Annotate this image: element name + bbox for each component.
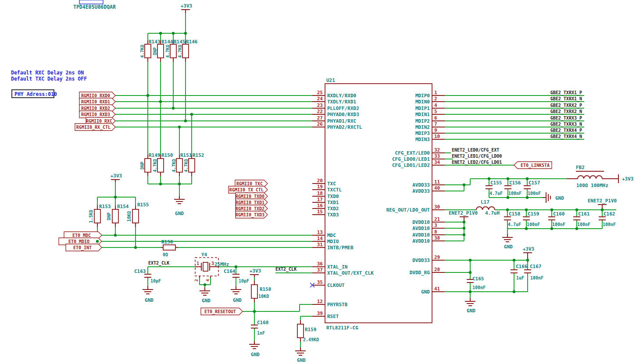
label-gbe2-txrx4n[interactable]: GBE2_TXRX4_N bbox=[550, 134, 582, 139]
label-gbe2-txrx4p[interactable]: GBE2_TXRX4_P bbox=[550, 128, 582, 133]
label-ext2-clk-2[interactable]: EXT2_CLK bbox=[275, 267, 296, 272]
label-gbe2-txrx3p[interactable]: GBE2_TXRX3_P bbox=[550, 116, 582, 121]
gnd-symbol-c163[interactable] bbox=[143, 286, 153, 294]
svg-text:CFG_LDO1/LED2: CFG_LDO1/LED2 bbox=[392, 163, 430, 168]
svg-text:CFG_EXT/LED0: CFG_EXT/LED0 bbox=[395, 150, 430, 156]
capacitor-C166[interactable]: C166 1uF bbox=[511, 264, 528, 280]
gnd-symbol-c168[interactable] bbox=[249, 341, 260, 349]
p3v3-flag-fb2[interactable] bbox=[616, 174, 618, 183]
label-enet2-led0[interactable]: ENET2_LED0/CFG_EXT bbox=[452, 148, 499, 153]
gnd-symbol-r159[interactable] bbox=[295, 347, 306, 355]
svg-text:4.7KΩ: 4.7KΩ bbox=[153, 159, 157, 172]
label-gbe2-txrx3n[interactable]: GBE2_TXRX3_N bbox=[550, 122, 582, 127]
svg-text:4.7uH: 4.7uH bbox=[485, 210, 500, 216]
ic-u21[interactable]: U21 RTL8211F-CG 25 24 23 22 27 26 20 19 … bbox=[310, 78, 445, 331]
svg-text:TXCTL: TXCTL bbox=[327, 187, 342, 193]
svg-text:4: 4 bbox=[434, 102, 437, 108]
svg-text:35: 35 bbox=[317, 279, 323, 285]
svg-text:9: 9 bbox=[434, 127, 437, 133]
svg-text:CFG_LDO0/LED1: CFG_LDO0/LED1 bbox=[392, 156, 430, 162]
svg-text:34: 34 bbox=[434, 159, 440, 165]
gnd-symbol-c165[interactable] bbox=[465, 298, 475, 306]
label-gbe2-txrx1n[interactable]: GBE2_TXRX1_N bbox=[550, 96, 582, 102]
svg-text:C157: C157 bbox=[529, 180, 540, 186]
svg-text:100nF: 100nF bbox=[552, 222, 565, 227]
p3v3-flag-top[interactable] bbox=[181, 10, 190, 13]
gnd-symbol-c164[interactable] bbox=[231, 286, 241, 294]
svg-text:AVDD33: AVDD33 bbox=[412, 188, 430, 194]
svg-text:GND: GND bbox=[467, 308, 475, 314]
svg-text:R152: R152 bbox=[193, 152, 204, 158]
svg-text:C156: C156 bbox=[509, 180, 521, 186]
capacitor-C164[interactable]: C164 10pF bbox=[224, 269, 249, 283]
svg-text:28: 28 bbox=[434, 267, 440, 272]
capacitor-C161[interactable]: C161 100nF bbox=[573, 211, 590, 227]
label-gbe2-txrx2p[interactable]: GBE2_TXRX2_P bbox=[550, 103, 582, 108]
svg-text:ET0_INT: ET0_INT bbox=[73, 245, 92, 251]
gnd-symbol-y4[interactable] bbox=[200, 287, 210, 295]
svg-text:PHYAD1/RXC: PHYAD1/RXC bbox=[327, 118, 356, 124]
p3v3-flag-mdio[interactable] bbox=[111, 180, 120, 182]
svg-text:GND: GND bbox=[421, 289, 430, 295]
svg-text:REG_OUT/LDO_OUT: REG_OUT/LDO_OUT bbox=[386, 207, 430, 213]
gnd-symbol-avdd33[interactable] bbox=[543, 192, 550, 203]
wire-mgmt-lines[interactable] bbox=[102, 235, 312, 247]
svg-text:40: 40 bbox=[434, 185, 440, 191]
gnd-symbol-p1v0-caps[interactable] bbox=[502, 234, 513, 242]
svg-text:2: 2 bbox=[194, 279, 199, 282]
wire-pullup-rail[interactable] bbox=[148, 13, 186, 40]
svg-text:14: 14 bbox=[317, 236, 323, 241]
label-gbe2-txrx2n[interactable]: GBE2_TXRX2_N bbox=[550, 109, 582, 114]
svg-text:RGMII0_RXD2: RGMII0_RXD2 bbox=[81, 106, 110, 111]
svg-text:3: 3 bbox=[434, 223, 437, 228]
svg-text:C163: C163 bbox=[134, 269, 146, 274]
svg-text:ET0_RESETOUT: ET0_RESETOUT bbox=[204, 309, 236, 315]
wire-rx-lines[interactable] bbox=[115, 95, 312, 127]
capacitor-C162[interactable]: C162 100nF bbox=[599, 211, 616, 227]
gnd-symbol-pulldowns[interactable] bbox=[174, 196, 185, 204]
ferrite-bead-FB2[interactable]: FB2 100Ω 100MHz bbox=[567, 165, 616, 188]
capacitor-C165[interactable]: C165 100nF bbox=[467, 276, 486, 290]
ic-ref: U21 bbox=[326, 78, 335, 83]
capacitor-C157[interactable]: C157 100nF bbox=[524, 180, 541, 196]
svg-text:AVDD10: AVDD10 bbox=[412, 238, 430, 244]
resistor-R155[interactable]: R155 10KΩ bbox=[127, 202, 149, 227]
capacitor-C160[interactable]: C160 100nF bbox=[548, 211, 565, 227]
svg-text:MDIN1: MDIN1 bbox=[415, 112, 430, 117]
tvs-symbol-fragment[interactable] bbox=[79, 0, 103, 4]
capacitor-C158[interactable]: C158 4.7uF bbox=[504, 211, 521, 227]
svg-text:INTB/PMEB: INTB/PMEB bbox=[327, 245, 354, 251]
label-enet2-led1[interactable]: ENET2_LED1/CFG_LDO0 bbox=[452, 154, 502, 159]
svg-text:4.7KΩ: 4.7KΩ bbox=[171, 159, 176, 172]
svg-text:4.7KΩ: 4.7KΩ bbox=[184, 159, 189, 172]
label-ext2-clk-1[interactable]: EXT2_CLK bbox=[148, 261, 169, 266]
p3v3-flag-r158[interactable] bbox=[250, 275, 259, 277]
svg-text:RGMII0_RXD3: RGMII0_RXD3 bbox=[81, 112, 110, 117]
svg-text:3: 3 bbox=[211, 261, 214, 266]
label-gbe2-txrx1p[interactable]: GBE2_TXRX1_P bbox=[550, 90, 582, 95]
svg-text:C164: C164 bbox=[224, 269, 236, 274]
svg-text:MDIN2: MDIN2 bbox=[415, 124, 430, 130]
resistor-R159[interactable]: R159 2.49KΩ bbox=[297, 320, 319, 342]
svg-text:13: 13 bbox=[317, 230, 323, 235]
svg-text:C162: C162 bbox=[604, 211, 615, 217]
capacitor-C156[interactable]: C156 100nF bbox=[504, 180, 522, 196]
svg-text:18: 18 bbox=[317, 191, 323, 196]
svg-text:XTAL_OUT/EXT_CLK: XTAL_OUT/EXT_CLK bbox=[327, 270, 374, 276]
resistor-R158[interactable]: R158 10KΩ bbox=[251, 281, 271, 302]
svg-text:100nF: 100nF bbox=[527, 222, 540, 227]
resistor-R156[interactable]: R156 0Ω bbox=[161, 239, 178, 257]
svg-text:29: 29 bbox=[434, 254, 440, 260]
svg-text:RXDLY/RXD0: RXDLY/RXD0 bbox=[327, 93, 356, 99]
crystal-Y4[interactable]: Y4 1 3 2 4 25MHz bbox=[194, 252, 229, 282]
label-enet2-led2[interactable]: ENET2_LED2/CFG_LDO1 bbox=[452, 160, 502, 165]
capacitor-C155[interactable]: C155 4.7uF bbox=[486, 180, 503, 196]
svg-text:1nF: 1nF bbox=[257, 331, 265, 336]
svg-text:DNP: DNP bbox=[107, 212, 111, 220]
wire-pulldown-gnd-rail[interactable] bbox=[148, 176, 192, 196]
inductor-L17[interactable]: L17 4.7uH bbox=[476, 199, 500, 216]
capacitor-C168[interactable]: C168 1nF bbox=[251, 320, 269, 336]
svg-text:17: 17 bbox=[317, 197, 323, 202]
svg-text:Y4: Y4 bbox=[201, 252, 207, 258]
capacitor-C159[interactable]: C159 100nF bbox=[523, 211, 540, 227]
